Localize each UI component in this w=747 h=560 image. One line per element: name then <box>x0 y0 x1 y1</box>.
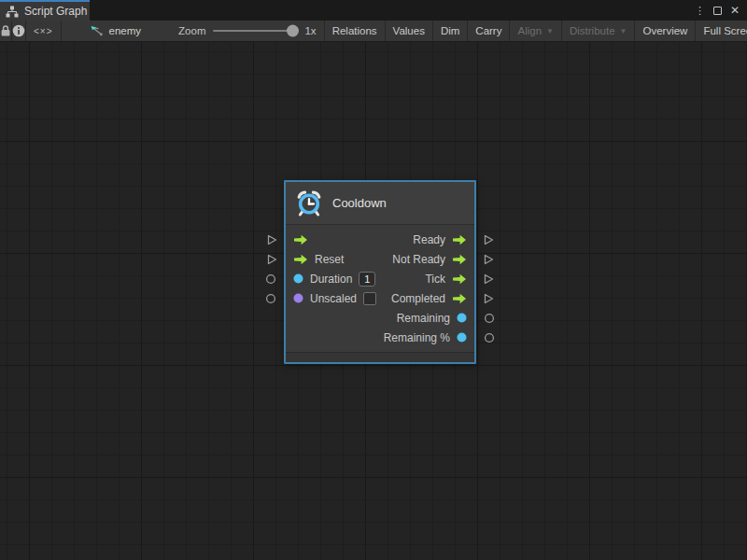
graph-asset-icon <box>90 24 104 37</box>
zoom-slider[interactable] <box>213 30 297 32</box>
align-label: Align <box>517 25 542 36</box>
port-label: Not Ready <box>392 253 445 266</box>
node-port-row: ResetNot Ready <box>286 249 474 269</box>
unscaled-checkbox[interactable] <box>363 292 376 305</box>
value-input-connector-icon[interactable] <box>265 293 276 304</box>
node-port-row: Remaining % <box>286 328 474 347</box>
port-label: Remaining % <box>384 331 450 344</box>
dim-button[interactable]: Dim <box>433 21 468 41</box>
value-port-icon[interactable] <box>457 332 467 343</box>
value-output-connector-icon[interactable] <box>484 313 495 324</box>
distribute-label: Distribute <box>570 25 615 36</box>
node-port-row: Remaining <box>286 308 474 328</box>
lock-button[interactable] <box>0 21 12 41</box>
flow-output-connector-icon[interactable] <box>482 253 495 266</box>
port-label: Remaining <box>397 312 450 325</box>
value-port-icon[interactable] <box>293 293 303 303</box>
toolbar-middle: enemy Zoom 1x <box>62 21 325 41</box>
value-output-connector-icon[interactable] <box>484 332 495 343</box>
fullscreen-button[interactable]: Full Screen <box>696 21 747 41</box>
cooldown-node-header[interactable]: Cooldown <box>286 182 474 225</box>
flow-port-icon[interactable] <box>293 234 308 245</box>
values-button[interactable]: Values <box>386 21 433 41</box>
code-icon: <×> <box>34 26 53 36</box>
flow-input-connector-icon[interactable] <box>265 233 278 246</box>
title-bar: Script Graph ⋮ ✕ <box>0 0 747 21</box>
flow-port-icon[interactable] <box>452 273 467 285</box>
distribute-dropdown[interactable]: Distribute ▼ <box>562 21 636 41</box>
carry-button[interactable]: Carry <box>468 21 510 41</box>
flow-input-connector-icon[interactable] <box>265 253 278 266</box>
flow-output-connector-icon[interactable] <box>482 292 495 305</box>
align-dropdown[interactable]: Align ▼ <box>510 21 562 41</box>
close-icon[interactable]: ✕ <box>730 5 740 16</box>
zoom-value: 1x <box>304 25 316 36</box>
code-preview-button[interactable]: <×> <box>26 21 62 41</box>
flow-port-icon[interactable] <box>293 254 308 265</box>
maximize-icon[interactable] <box>713 7 722 15</box>
info-icon <box>12 24 25 37</box>
value-port-icon[interactable] <box>293 273 303 284</box>
tab-title: Script Graph <box>24 5 87 18</box>
duration-value-field[interactable]: 1 <box>359 272 375 287</box>
port-label: Duration <box>310 273 352 286</box>
chevron-down-icon: ▼ <box>546 27 554 35</box>
flow-port-icon[interactable] <box>452 254 467 265</box>
tab-script-graph[interactable]: Script Graph <box>0 0 90 21</box>
flow-output-connector-icon[interactable] <box>482 273 495 286</box>
flow-output-connector-icon[interactable] <box>482 233 495 246</box>
value-port-icon[interactable] <box>457 313 467 323</box>
zoom-slider-knob[interactable] <box>287 25 299 37</box>
port-label: Unscaled <box>310 292 357 305</box>
alarm-clock-icon <box>295 189 323 217</box>
port-label: Completed <box>391 292 445 305</box>
relations-button[interactable]: Relations <box>325 21 386 41</box>
graph-canvas[interactable]: Cooldown ReadyResetNot ReadyDuration1Tic… <box>0 42 747 560</box>
cooldown-node[interactable]: Cooldown ReadyResetNot ReadyDuration1Tic… <box>284 180 476 364</box>
script-graph-window: Script Graph ⋮ ✕ <box>0 0 747 560</box>
graph-toolbar: <×> enemy Zoom 1x Relations Value <box>0 21 747 42</box>
zoom-control: Zoom 1x <box>178 25 317 36</box>
chevron-down-icon: ▼ <box>620 27 627 35</box>
info-button[interactable] <box>12 21 26 41</box>
node-title: Cooldown <box>332 196 387 210</box>
flow-port-icon[interactable] <box>452 293 467 304</box>
hierarchy-graph-icon <box>6 6 19 18</box>
node-port-row: Duration1Tick <box>286 269 474 288</box>
flow-port-icon[interactable] <box>452 234 467 245</box>
window-menu-icon[interactable]: ⋮ <box>695 6 705 16</box>
node-port-row: Ready <box>286 230 474 249</box>
port-label: Ready <box>413 233 445 246</box>
port-label: Reset <box>315 253 344 266</box>
overview-button[interactable]: Overview <box>635 21 696 41</box>
node-port-rows: ReadyResetNot ReadyDuration1TickUnscaled… <box>286 225 474 352</box>
window-controls: ⋮ ✕ <box>695 0 747 21</box>
node-port-row: UnscaledCompleted <box>286 288 474 308</box>
node-footer <box>286 352 474 362</box>
lock-icon <box>0 24 11 37</box>
port-label: Tick <box>425 273 445 286</box>
breadcrumb-graph-name[interactable]: enemy <box>109 25 142 36</box>
zoom-label: Zoom <box>178 25 205 36</box>
value-input-connector-icon[interactable] <box>265 273 276 285</box>
